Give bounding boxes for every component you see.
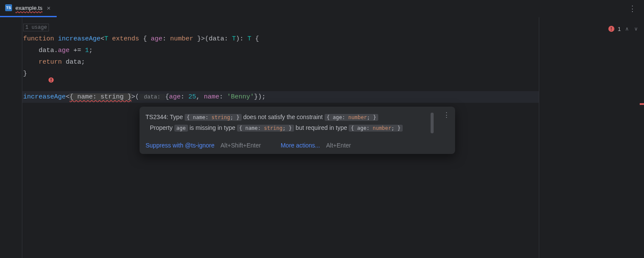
error-stripe[interactable] (640, 103, 644, 105)
tooltip-message: TS2344: Type { name: string; } does not … (146, 112, 449, 133)
error-tooltip: ⋮ TS2344: Type { name: string; } does no… (140, 107, 455, 154)
code-line: function increaseAge<T extends { age: nu… (23, 33, 539, 45)
next-error-icon[interactable]: ∨ (633, 25, 639, 33)
prev-error-icon[interactable]: ∧ (624, 25, 630, 33)
svg-rect-1 (51, 78, 52, 80)
tooltip-actions: Suppress with @ts-ignore Alt+Shift+Enter… (146, 142, 449, 149)
typescript-icon: TS (5, 4, 12, 11)
code-line (23, 80, 539, 91)
close-tab-icon[interactable]: × (46, 4, 52, 12)
tab-bar: TS example.ts × ⋮ (0, 0, 644, 17)
error-span: { name: string } (70, 93, 131, 101)
more-actions-action[interactable]: More actions... (281, 142, 320, 149)
tab-overflow-icon[interactable]: ⋮ (629, 4, 636, 13)
error-count: 1 (618, 26, 621, 32)
gutter (0, 17, 22, 258)
tooltip-more-icon[interactable]: ⋮ (443, 111, 450, 119)
suppress-action[interactable]: Suppress with @ts-ignore (146, 142, 215, 149)
error-icon: ! (608, 26, 614, 32)
tooltip-scrollbar[interactable] (431, 113, 434, 133)
code-line: data.age += 1; (23, 45, 539, 56)
editor-tab[interactable]: TS example.ts × (0, 0, 57, 17)
svg-rect-2 (51, 81, 52, 82)
code-line: } (23, 68, 539, 80)
intention-bulb-icon[interactable] (48, 76, 54, 87)
code-line: return data; (23, 56, 539, 68)
code-line-error: increaseAge<{ name: string }>( data: {ag… (23, 91, 539, 103)
usage-hint[interactable]: 1 usage (23, 24, 49, 31)
right-panel: ! 1 ∧ ∨ (539, 17, 644, 258)
more-actions-shortcut: Alt+Enter (326, 142, 351, 149)
inspection-indicator[interactable]: ! 1 ∧ ∨ (608, 25, 639, 33)
suppress-shortcut: Alt+Shift+Enter (221, 142, 261, 149)
tab-filename: example.ts (15, 5, 43, 11)
inlay-hint: data: (139, 94, 165, 100)
